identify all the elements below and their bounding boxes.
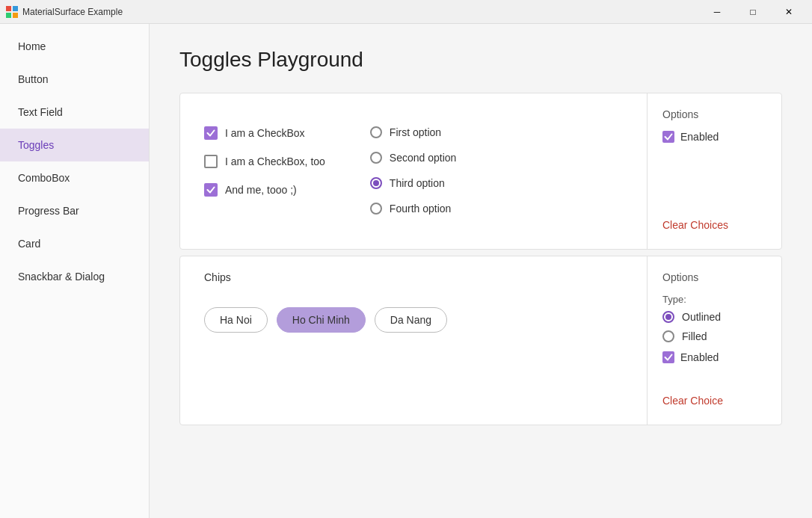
radio-2-label: Second option xyxy=(390,152,457,164)
toggles-enabled-checkbox-box xyxy=(662,131,674,143)
toggles-options-title: Options xyxy=(662,108,766,120)
chips-type-filled[interactable]: Filled xyxy=(662,330,766,342)
titlebar: MaterialSurface Example ─ □ ✕ xyxy=(0,0,812,24)
chips-type-outlined[interactable]: Outlined xyxy=(662,311,766,323)
toggles-enabled-label: Enabled xyxy=(680,131,719,143)
chips-section-title: Chips xyxy=(204,271,623,283)
toggles-clear-button[interactable]: Clear Choices xyxy=(662,216,728,234)
checkbox-3[interactable]: And me, tooo ;) xyxy=(204,183,325,197)
toggles-area: I am a CheckBox I am a CheckBox, too xyxy=(204,111,623,229)
chip-hochiminh[interactable]: Ho Chi Minh xyxy=(277,307,366,333)
chips-outlined-label: Outlined xyxy=(682,311,721,323)
radio-3-circle xyxy=(370,177,382,189)
titlebar-title: MaterialSurface Example xyxy=(22,7,700,17)
sidebar-item-home[interactable]: Home xyxy=(0,30,149,63)
sidebar-item-snackbar-dialog[interactable]: Snackbar & Dialog xyxy=(0,260,149,293)
chip-danang[interactable]: Da Nang xyxy=(375,307,447,333)
radio-1[interactable]: First option xyxy=(370,126,457,138)
toggles-panel: I am a CheckBox I am a CheckBox, too xyxy=(179,93,782,250)
svg-rect-3 xyxy=(13,13,18,18)
checkbox-1-label: I am a CheckBox xyxy=(225,127,305,139)
radio-3[interactable]: Third option xyxy=(370,177,457,189)
chips-enabled-label: Enabled xyxy=(680,351,719,363)
radio-4-label: Fourth option xyxy=(390,203,452,215)
chips-panel-main: Chips Ha Noi Ho Chi Minh Da Nang xyxy=(180,256,647,425)
toggles-options-panel: Options Enabled Clear Choices xyxy=(647,93,781,249)
close-button[interactable]: ✕ xyxy=(772,0,806,24)
radio-3-label: Third option xyxy=(390,177,445,189)
svg-rect-1 xyxy=(13,6,18,11)
app-icon xyxy=(6,6,18,18)
radio-2[interactable]: Second option xyxy=(370,152,457,164)
checkbox-2[interactable]: I am a CheckBox, too xyxy=(204,155,325,168)
svg-rect-2 xyxy=(6,13,11,18)
sidebar-item-card[interactable]: Card xyxy=(0,227,149,260)
checkbox-1-box xyxy=(204,126,218,140)
chips-filled-circle xyxy=(662,330,674,342)
checkbox-2-label: I am a CheckBox, too xyxy=(225,155,325,167)
chips-panel: Chips Ha Noi Ho Chi Minh Da Nang Options… xyxy=(179,256,782,425)
app-layout: Home Button Text Field Toggles ComboBox … xyxy=(0,24,812,518)
chips-outlined-circle xyxy=(662,311,674,323)
main-content: Toggles Playground I am a CheckBox xyxy=(150,24,812,518)
checkbox-2-box xyxy=(204,155,218,168)
radio-4[interactable]: Fourth option xyxy=(370,203,457,215)
chips-options-panel: Options Type: Outlined Filled En xyxy=(647,256,781,425)
checkbox-1[interactable]: I am a CheckBox xyxy=(204,126,325,140)
chips-options-title: Options xyxy=(662,271,766,283)
radio-2-circle xyxy=(370,152,382,164)
toggles-enabled-option[interactable]: Enabled xyxy=(662,131,766,143)
chip-hanoi[interactable]: Ha Noi xyxy=(204,307,268,333)
maximize-button[interactable]: □ xyxy=(736,0,770,24)
page-title: Toggles Playground xyxy=(179,48,782,72)
checkbox-3-label: And me, tooo ;) xyxy=(225,184,297,196)
checkbox-3-box xyxy=(204,183,218,197)
sidebar-item-button[interactable]: Button xyxy=(0,63,149,96)
svg-rect-0 xyxy=(6,6,11,11)
chips-enabled-option[interactable]: Enabled xyxy=(662,351,766,363)
chips-enabled-checkbox-box xyxy=(662,351,674,363)
sidebar: Home Button Text Field Toggles ComboBox … xyxy=(0,24,150,518)
chips-type-label: Type: xyxy=(662,294,766,305)
checkbox-group: I am a CheckBox I am a CheckBox, too xyxy=(204,126,325,197)
window-controls: ─ □ ✕ xyxy=(700,0,806,24)
radio-4-circle xyxy=(370,203,382,215)
sidebar-item-combobox[interactable]: ComboBox xyxy=(0,161,149,194)
radio-1-label: First option xyxy=(390,126,441,138)
sidebar-item-toggles[interactable]: Toggles xyxy=(0,129,149,161)
chips-clear-button[interactable]: Clear Choice xyxy=(662,392,723,410)
radio-1-circle xyxy=(370,126,382,138)
chips-row: Ha Noi Ho Chi Minh Da Nang xyxy=(204,307,623,333)
minimize-button[interactable]: ─ xyxy=(700,0,734,24)
sidebar-item-text-field[interactable]: Text Field xyxy=(0,96,149,129)
toggles-panel-main: I am a CheckBox I am a CheckBox, too xyxy=(180,93,647,249)
radio-group: First option Second option Third option xyxy=(370,126,457,215)
chips-filled-label: Filled xyxy=(682,330,707,342)
sidebar-item-progress-bar[interactable]: Progress Bar xyxy=(0,194,149,227)
